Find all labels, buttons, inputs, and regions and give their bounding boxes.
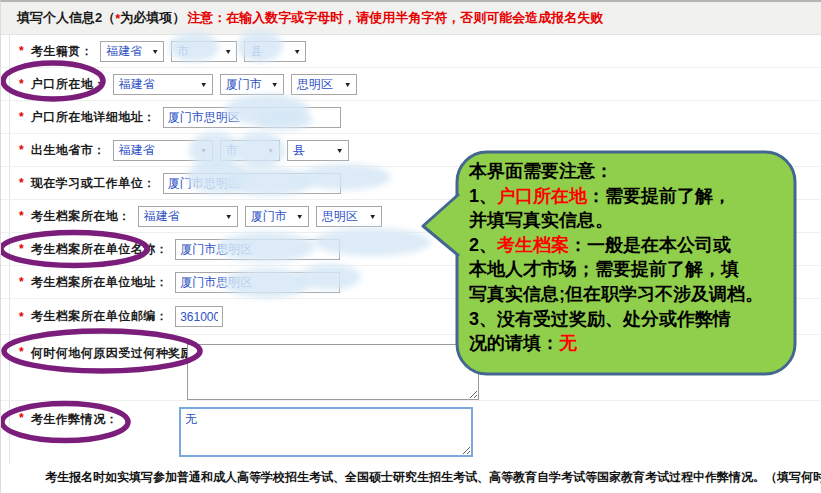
dropdown-arrow-icon: ▼ xyxy=(271,80,279,88)
required-star: * xyxy=(19,77,24,91)
birthplace-province-select[interactable]: 福建省▼ xyxy=(113,140,213,161)
birthplace-city-select[interactable]: 市▼ xyxy=(220,140,280,161)
note-bubble-text: 本界面需要注意： 1、户口所在地：需要提前了解， 并填写真实信息。 2、考生档案… xyxy=(469,159,793,356)
birthplace-county-select[interactable]: 县▼ xyxy=(287,140,349,161)
dropdown-arrow-icon: ▼ xyxy=(225,212,233,220)
required-star: * xyxy=(19,110,24,124)
work-unit-label: 现在学习或工作单位： xyxy=(31,175,156,192)
archive-city-select[interactable]: 厦门市▼ xyxy=(245,206,309,227)
awards-punishments-textarea[interactable] xyxy=(187,344,479,400)
dropdown-arrow-icon: ▼ xyxy=(336,146,344,154)
cheating-label: 考生作弊情况： xyxy=(31,411,119,428)
archive-unit-address-input[interactable] xyxy=(175,272,340,293)
dropdown-arrow-icon: ▼ xyxy=(293,47,301,55)
dropdown-arrow-icon: ▼ xyxy=(224,47,232,55)
required-star: * xyxy=(19,345,24,359)
required-star: * xyxy=(19,209,24,223)
page-header: 填写个人信息2（*为必填项） 注意：在输入数字或字母时，请使用半角字符，否则可能… xyxy=(1,2,821,35)
hukou-city-select[interactable]: 厦门市▼ xyxy=(220,74,284,95)
dropdown-arrow-icon: ▼ xyxy=(296,212,304,220)
dropdown-arrow-icon: ▼ xyxy=(151,47,159,55)
required-star: * xyxy=(19,242,24,256)
jiguan-province-select[interactable]: 福建省▼ xyxy=(100,41,164,62)
hukou-county-select[interactable]: 思明区▼ xyxy=(291,74,357,95)
row-jiguan: * 考生籍贯： 福建省▼ 市▼ 县▼ xyxy=(1,35,821,68)
required-star: * xyxy=(19,143,24,157)
archive-province-select[interactable]: 福建省▼ xyxy=(138,206,238,227)
hukou-label: 户口所在地： xyxy=(31,76,106,93)
required-star: * xyxy=(19,176,24,190)
required-star: * xyxy=(19,44,24,58)
birthplace-label: 出生地省市： xyxy=(31,142,106,159)
jiguan-label: 考生籍贯： xyxy=(31,43,94,60)
required-star: * xyxy=(19,411,24,425)
jiguan-city-select[interactable]: 市▼ xyxy=(171,41,237,62)
archive-unit-zip-label: 考生档案所在单位邮编： xyxy=(31,308,169,325)
hukou-address-label: 户口所在地详细地址： xyxy=(31,109,156,126)
archive-unit-name-label: 考生档案所在单位名称： xyxy=(31,241,169,258)
work-unit-input[interactable] xyxy=(163,173,341,194)
dropdown-arrow-icon: ▼ xyxy=(200,146,208,154)
row-cheating: * 考生作弊情况： 无 xyxy=(1,401,821,464)
hukou-address-input[interactable] xyxy=(163,107,341,128)
required-star: * xyxy=(19,275,24,289)
row-hukou-address: * 户口所在地详细地址： xyxy=(1,101,821,134)
archive-unit-name-input[interactable] xyxy=(175,239,340,260)
cheating-textarea[interactable]: 无 xyxy=(179,407,473,457)
highlight-archive: 考生档案 xyxy=(497,235,569,255)
required-star: * xyxy=(19,310,24,324)
dropdown-arrow-icon: ▼ xyxy=(267,146,275,154)
jiguan-county-select[interactable]: 县▼ xyxy=(244,41,306,62)
archive-unit-zip-input[interactable] xyxy=(175,306,223,327)
cheating-instructions-note: 考生报名时如实填写参加普通和成人高等学校招生考试、全国硕士研究生招生考试、高等教… xyxy=(45,469,815,486)
archive-location-label: 考生档案所在地： xyxy=(31,208,131,225)
page-title-suffix: 为必填项） xyxy=(120,9,185,27)
halfwidth-warning: 注意：在输入数字或字母时，请使用半角字符，否则可能会造成报名失败 xyxy=(187,9,603,27)
highlight-none: 无 xyxy=(559,333,577,353)
archive-unit-address-label: 考生档案所在单位地址： xyxy=(31,274,169,291)
highlight-hukou: 户口所在地 xyxy=(497,186,587,206)
row-hukou: * 户口所在地： 福建省▼ 厦门市▼ 思明区▼ xyxy=(1,68,821,101)
dropdown-arrow-icon: ▼ xyxy=(200,80,208,88)
hukou-province-select[interactable]: 福建省▼ xyxy=(113,74,213,95)
dropdown-arrow-icon: ▼ xyxy=(369,212,377,220)
page-title: 填写个人信息2（ xyxy=(17,9,115,27)
archive-county-select[interactable]: 思明区▼ xyxy=(316,206,382,227)
registration-form-page: 填写个人信息2（*为必填项） 注意：在输入数字或字母时，请使用半角字符，否则可能… xyxy=(0,0,821,493)
dropdown-arrow-icon: ▼ xyxy=(344,80,352,88)
